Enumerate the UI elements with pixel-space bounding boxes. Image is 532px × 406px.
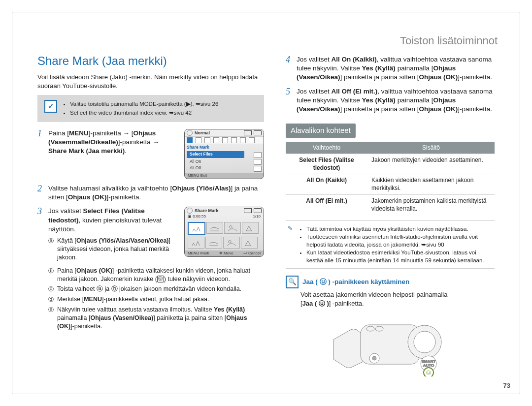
tab-icon-row (185, 136, 264, 144)
storage-icon (244, 130, 252, 135)
step-2: 2 Valitse haluamasi alivalikko ja vaihto… (37, 184, 264, 202)
step-number-1: 1 (37, 129, 42, 138)
share-button-subheading: 🔍 Jaa ( ⓤ ) -painikkeen käyttäminen (286, 276, 495, 288)
opt-val-select-files: Jakoon merkittyjen videoiden asettaminen… (367, 154, 495, 174)
counter-label: 1/10 (253, 214, 261, 219)
battery-icon (254, 130, 262, 135)
camcorder-illustration: SMART AUTO ⓤ (326, 312, 454, 376)
opt-val-all-on: Kaikkien videoiden asettaminen jakoon me… (367, 174, 495, 194)
svg-text:AUTO: AUTO (423, 363, 434, 368)
share-mark-title: Share Mark (195, 208, 219, 214)
check-icon: ✓ (44, 100, 57, 113)
substep-e: Näkyviin tulee valittua asetusta vastaav… (57, 306, 247, 330)
normal-label: Normal (195, 130, 210, 136)
substep-a: Käytä [Ohjaus (Ylös/Alas/Vasen/Oikea)] s… (57, 237, 170, 261)
battery-icon (254, 208, 262, 213)
record-dot-icon (187, 130, 193, 136)
share-button-text: Voit asettaa jakomerkin videoon helposti… (286, 290, 495, 308)
step-5: 5 Jos valitset All Off (Ei mit.), valitt… (286, 87, 495, 114)
menu-item-all-off: All Off (187, 165, 262, 171)
cancel-label: ⮐ Cancel (243, 251, 261, 256)
prerequisite-note: ✓ Valitse toistotila painamalla MODE-pai… (37, 95, 264, 122)
svg-point-0 (230, 226, 232, 228)
menu-item-selected: Select Files (187, 151, 244, 157)
note-item-1: Valitse toistotila painamalla MODE-paini… (70, 100, 218, 108)
note-item-2: Sel ect the video thumbnail index view. … (70, 109, 218, 117)
menu-exit-label: MENU Exit (188, 173, 207, 179)
lcd-screenshot-thumbnails: Share Mark ▣ 0:00:55 1/10 (184, 207, 264, 257)
mark-label: MENU Mark (188, 251, 209, 256)
svg-point-11 (366, 326, 374, 331)
substep-c: Toista vaiheet ⓐ ja ⓑ jokaisen jakoon me… (57, 285, 241, 292)
opt-key-all-off: All Off (Ei mit.) (286, 194, 367, 215)
storage-icon (244, 208, 252, 213)
svg-point-12 (375, 326, 383, 331)
th-description: Sisältö (367, 142, 495, 154)
svg-point-1 (229, 241, 231, 243)
info-item-3: Kun lataat videotiedostoa esimerkiksi Yo… (306, 249, 493, 264)
opt-val-all-off: Jakomerkin poistaminen kaikista merkityi… (367, 194, 495, 215)
step-1: 1 Paina [MENU]-painiketta → [Ohjaus (Vas… (37, 129, 264, 179)
th-option: Vaihtoehto (286, 142, 367, 154)
menu-title: Share Mark (187, 144, 262, 151)
record-dot-icon (187, 208, 193, 214)
info-note: ✎ Tätä toimintoa voi käyttää myös yksitt… (286, 220, 495, 269)
substep-b: Paina [Ohjaus (OK)] -painiketta valitaks… (57, 267, 250, 282)
lcd-screenshot-menu: Normal Share Mark Select Files All On (184, 129, 264, 179)
magnifier-icon: 🔍 (286, 276, 299, 288)
step-number-5: 5 (286, 87, 290, 96)
info-item-1: Tätä toimintoa voi käyttää myös yksittäi… (306, 225, 493, 233)
submenu-heading: Alavalikon kohteet (286, 124, 356, 137)
info-item-2: Tuotteeseen valmiiksi asennetun Intelli-… (306, 233, 493, 249)
move-label: ✥ Move (219, 251, 233, 256)
svg-point-10 (372, 356, 376, 360)
step-3: 3 Jos valitset Select Files (Valitse tie… (37, 207, 264, 330)
breadcrumb: Toiston lisätoiminnot (400, 34, 498, 47)
options-table: Vaihtoehto Sisältö Select Files (Valitse… (286, 142, 495, 215)
opt-key-all-on: All On (Kaikki) (286, 174, 367, 194)
time-label: 0:00:55 (193, 214, 206, 219)
share-button-icon: ⓤ (426, 370, 431, 375)
share-mark-icon: ⓤ (157, 276, 164, 282)
section-title: Share Mark (Jaa merkki) (37, 53, 264, 69)
menu-item-all-on: All On (187, 158, 262, 165)
step-number-3: 3 (37, 207, 42, 216)
page-number: 73 (503, 382, 510, 389)
share-button-title: Jaa ( ⓤ ) -painikkeen käyttäminen (302, 278, 409, 286)
svg-point-4 (414, 331, 435, 353)
step-4: 4 Jos valitset All On (Kaikki), valittua… (286, 55, 495, 82)
substep-d: Merkitse [MENU]-painikkeella videot, jot… (57, 296, 209, 303)
step-number-2: 2 (37, 184, 42, 193)
section-intro: Voit lisätä videoon Share (Jako) -merkin… (37, 73, 264, 90)
pencil-icon: ✎ (288, 225, 293, 264)
step-number-4: 4 (286, 55, 290, 64)
opt-key-select-files: Select Files (Valitse tiedostot) (286, 154, 367, 174)
